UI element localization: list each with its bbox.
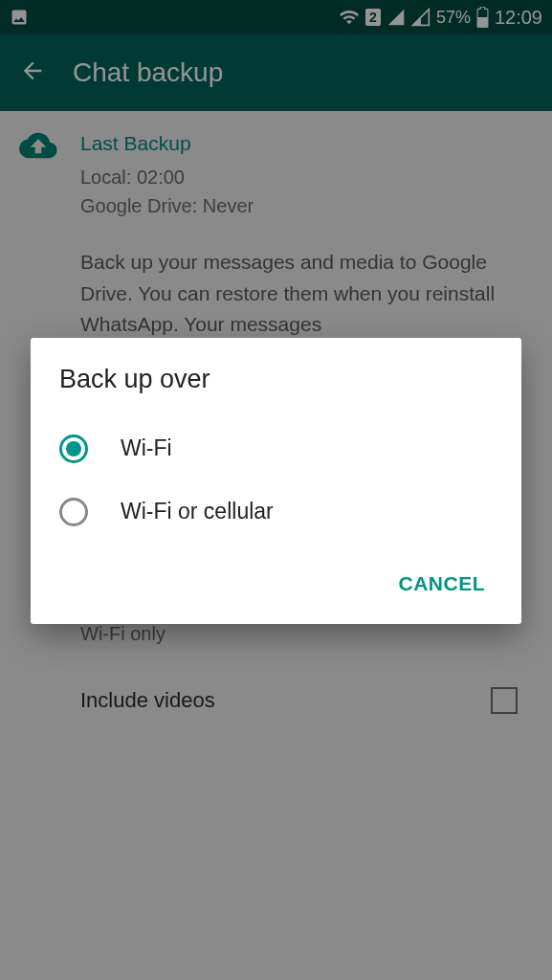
radio-selected-icon bbox=[59, 434, 88, 463]
option-wifi-cellular-label: Wi-Fi or cellular bbox=[121, 499, 274, 524]
radio-unselected-icon bbox=[59, 498, 88, 526]
dialog-title: Back up over bbox=[31, 365, 521, 417]
option-wifi-cellular[interactable]: Wi-Fi or cellular bbox=[31, 480, 521, 544]
dialog-scrim[interactable]: Back up over Wi-Fi Wi-Fi or cellular CAN… bbox=[0, 0, 552, 980]
option-wifi-label: Wi-Fi bbox=[121, 435, 172, 461]
option-wifi[interactable]: Wi-Fi bbox=[31, 417, 521, 480]
backup-over-dialog: Back up over Wi-Fi Wi-Fi or cellular CAN… bbox=[31, 338, 521, 624]
cancel-button[interactable]: CANCEL bbox=[386, 563, 499, 605]
